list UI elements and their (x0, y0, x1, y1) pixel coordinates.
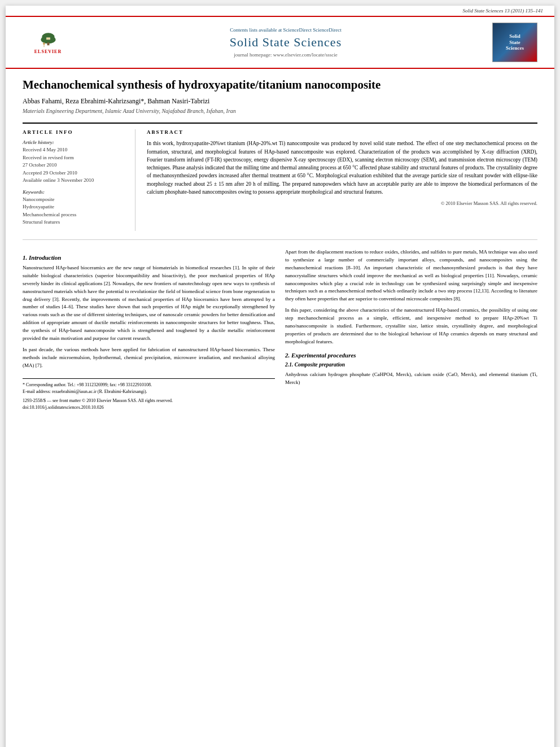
body-columns: 1. Introduction Nanostructured HAp-based… (23, 248, 537, 411)
experimental-para1: Anhydrous calcium hydrogen phosphate (Ca… (285, 371, 537, 387)
elsevier-tree-icon (36, 31, 61, 48)
online-date: Available online 3 November 2010 (23, 177, 126, 185)
article-info-label: ARTICLE INFO (23, 129, 126, 135)
banner-left: ELSEVIER (17, 31, 79, 54)
intro-para1: Nanostructured HAp-based bioceramics are… (23, 264, 275, 343)
footnote-issn: 1293-2558/$ — see front matter © 2010 El… (23, 397, 275, 404)
experimental-subheading: 2.1. Composite preparation (285, 362, 537, 368)
right-para1: Apart from the displacement reactions to… (285, 248, 537, 304)
received-date: Received 4 May 2010 (23, 146, 126, 154)
footnote-doi: doi:10.1016/j.solidstatesciences.2010.10… (23, 404, 275, 411)
history-label: Article history: (23, 139, 126, 145)
keywords-group: Keywords: Nanocomposite Hydroxyapatite M… (23, 189, 126, 226)
authors: Abbas Fahami, Reza Ebrahimi-Kahrizsangi*… (23, 97, 537, 106)
svg-rect-3 (47, 42, 49, 45)
svg-rect-6 (46, 37, 50, 40)
keyword-2: Hydroxyapatite (23, 203, 126, 211)
journal-logo-box: Solid State Sciences (492, 23, 537, 62)
keyword-3: Mechanochemical process (23, 211, 126, 219)
keyword-1: Nanocomposite (23, 196, 126, 204)
banner-center: Contents lists available at ScienceDirec… (85, 27, 487, 58)
history-group: Article history: Received 4 May 2010 Rec… (23, 139, 126, 185)
abstract-label: ABSTRACT (147, 129, 537, 135)
article-title: Mechanochemical synthesis of hydroxyapat… (23, 77, 537, 93)
journal-citation: Solid State Sciences 13 (2011) 135–141 (462, 8, 543, 14)
experimental-heading: 2. Experimental procedures (285, 352, 537, 359)
main-content: Mechanochemical synthesis of hydroxyapat… (6, 69, 554, 422)
logo-line-2: State (506, 40, 524, 46)
banner-right: Solid State Sciences (492, 23, 543, 62)
abstract-section: ABSTRACT In this work, hydroxyapatite-20… (147, 129, 537, 231)
banner: ELSEVIER Contents lists available at Sci… (6, 17, 554, 69)
elsevier-label: ELSEVIER (34, 49, 62, 54)
journal-homepage: journal homepage: www.elsevier.com/locat… (85, 52, 487, 58)
abstract-text: In this work, hydroxyapatite-20%wt titan… (147, 139, 537, 196)
right-para2: In this paper, considering the above cha… (285, 307, 537, 346)
authors-text: Abbas Fahami, Reza Ebrahimi-Kahrizsangi*… (23, 97, 209, 105)
intro-para2: In past decade, the various methods have… (23, 346, 275, 370)
affiliation: Materials Engineering Department, Islami… (23, 108, 537, 114)
copyright-line: © 2010 Elsevier Masson SAS. All rights r… (147, 200, 537, 206)
keyword-4: Structural features (23, 219, 126, 226)
journal-title: Solid State Sciences (85, 35, 487, 50)
svg-point-4 (43, 42, 45, 45)
page: Solid State Sciences 13 (2011) 135–141 E… (6, 6, 554, 747)
footnote-email: E-mail address: rezaebrahimi@iaun.ac.ir … (23, 388, 275, 395)
revised-date: Received in revised form 27 October 2010 (23, 154, 126, 169)
keywords-label: Keywords: (23, 189, 126, 195)
footnote-area: * Corresponding author. Tel.: +98 311232… (23, 378, 275, 411)
sciencedirect-link: Contents lists available at ScienceDirec… (85, 27, 487, 33)
journal-header-bar: Solid State Sciences 13 (2011) 135–141 (6, 6, 554, 17)
info-abstract: ARTICLE INFO Article history: Received 4… (23, 123, 537, 240)
sciencedirect-anchor[interactable]: ScienceDirect (313, 27, 341, 33)
col-left: 1. Introduction Nanostructured HAp-based… (23, 248, 275, 411)
article-info-section: ARTICLE INFO Article history: Received 4… (23, 129, 135, 231)
logo-line-1: Solid (506, 33, 524, 40)
footnote-corresponding: * Corresponding author. Tel.: +98 311232… (23, 382, 275, 388)
introduction-heading: 1. Introduction (23, 254, 275, 261)
accepted-date: Accepted 29 October 2010 (23, 169, 126, 177)
logo-line-3: Sciences (506, 45, 524, 51)
col-right: Apart from the displacement reactions to… (285, 248, 537, 411)
